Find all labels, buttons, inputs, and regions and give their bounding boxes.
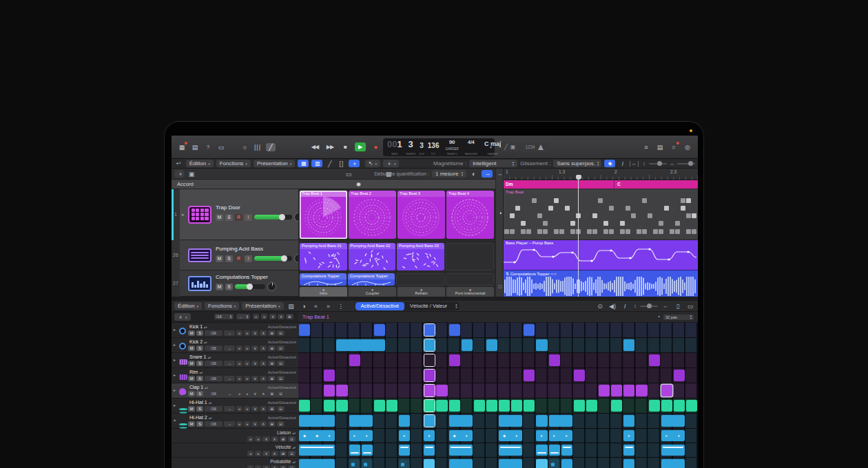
step-cell[interactable] [661, 459, 685, 468]
monitor-icon[interactable]: ▣ [510, 144, 516, 150]
step-cell[interactable] [623, 385, 634, 396]
step-cell[interactable] [536, 415, 547, 427]
mute-button[interactable]: M [188, 406, 195, 412]
mute-button[interactable]: M [216, 255, 223, 262]
step-cell[interactable] [686, 400, 697, 412]
loop-cell[interactable]: Pumping Acid Bass 01 [300, 243, 347, 270]
row-decrement-button[interactable]: ∨ [251, 421, 258, 427]
cell-edit-icon[interactable]: ▭ [344, 170, 353, 178]
volume-slider[interactable] [254, 215, 292, 220]
row-decrement-button[interactable]: ∨ [251, 361, 258, 366]
chord-track-power-icon[interactable]: ◉ [356, 181, 361, 187]
step-cell[interactable] [674, 400, 685, 412]
step-cell[interactable] [561, 445, 572, 456]
step-cell[interactable] [549, 459, 560, 468]
region-bass-player[interactable]: Bass Player – Pump Bass [504, 240, 698, 270]
step-cell[interactable] [449, 324, 460, 336]
chevron-icon[interactable]: ▴▾ [208, 356, 211, 359]
step-cell[interactable] [399, 459, 410, 468]
seq-hzoom-icon[interactable]: ↔ [661, 302, 670, 310]
row-rotate-right-button[interactable]: » [244, 391, 250, 396]
step-cell[interactable] [623, 339, 634, 351]
display-icon[interactable]: ▭ [216, 143, 226, 151]
step-cell[interactable] [636, 385, 647, 396]
forward-button[interactable]: ▶▶ [324, 142, 335, 151]
step-cell[interactable] [324, 370, 335, 381]
step-cell[interactable] [386, 400, 397, 412]
rotate-left-icon[interactable]: « [311, 302, 321, 310]
quantize-select[interactable]: 1 mesure▴▾ [432, 170, 466, 178]
track-header-computations-topper[interactable]: Computations Topper M S [180, 270, 298, 297]
steps-count-select[interactable]: 32 pas▴▾ [663, 315, 694, 320]
track-header-trap-door[interactable]: ▸ Trap Door M S R I [180, 189, 298, 240]
row-rotate-left-button[interactable]: « [236, 361, 242, 366]
duplicate-icon[interactable]: ▣ [187, 170, 196, 178]
step-cell[interactable] [649, 400, 660, 412]
magnetism-select[interactable]: Intelligent▴▾ [469, 160, 517, 167]
mode-on-off-tab[interactable]: Activé/Désactivé [355, 302, 404, 310]
row-increment-button[interactable]: ∧ [260, 391, 267, 396]
row-playmode-select[interactable]: → [224, 361, 235, 366]
mute-button[interactable]: M [188, 421, 195, 427]
empty-cell-slot[interactable] [446, 243, 495, 270]
step-cell[interactable] [449, 445, 473, 456]
seq-zoom-slider[interactable]: ↕ [632, 302, 658, 310]
row-playmode-select[interactable]: → [224, 406, 235, 412]
step-cell[interactable] [561, 459, 572, 468]
loop-cell[interactable]: Trap Beat 3 [397, 191, 445, 239]
chevron-icon[interactable]: ▴▾ [205, 386, 208, 390]
loop-cell[interactable]: Computations Topper [348, 273, 395, 286]
step-cell[interactable] [336, 339, 385, 351]
solo-button[interactable]: S [225, 255, 233, 262]
row-playmode-select[interactable]: → [224, 330, 235, 336]
step-cell[interactable] [486, 339, 497, 351]
secondary-tool-menu[interactable]: ＋▾ [383, 160, 400, 167]
playhead[interactable] [578, 175, 579, 297]
region-computations-topper[interactable]: ⇅ Computations Topper ∩∩ [504, 270, 698, 297]
solo-button[interactable]: S [196, 421, 203, 427]
view-menu[interactable]: Présentation▾ [254, 160, 295, 167]
step-cell[interactable] [436, 400, 447, 412]
mute-button[interactable]: M [188, 391, 195, 396]
browser-icon[interactable]: ▤ [655, 143, 665, 151]
row-division-select[interactable]: /16 [205, 391, 223, 396]
chevron-icon[interactable]: ▴▾ [292, 460, 296, 464]
step-cell[interactable] [499, 459, 522, 468]
vertical-zoom-slider[interactable]: ↕ [641, 160, 667, 167]
step-cell[interactable] [362, 445, 373, 456]
row-clear-button[interactable]: ⊡ [277, 421, 285, 427]
grid-options-icon[interactable]: ▦ [384, 170, 393, 178]
step-cell[interactable] [549, 354, 560, 366]
lane-clear-button[interactable]: ⊡ [288, 451, 296, 456]
region-trap-beat[interactable]: Trap Beat [504, 189, 698, 240]
row-increment-button[interactable]: ∧ [260, 361, 267, 366]
row-rotate-left-button[interactable]: « [236, 406, 242, 412]
step-cell[interactable] [449, 354, 460, 366]
row-random-button[interactable]: ⊞ [268, 345, 276, 351]
row-playmode-select[interactable]: → [224, 345, 235, 351]
row-increment-button[interactable]: ∧ [260, 330, 267, 336]
rewind-button[interactable]: ◀◀ [309, 142, 320, 151]
row-increment-button[interactable]: ∧ [260, 376, 267, 381]
auto-zoom-icon[interactable]: ↔ [630, 161, 639, 167]
count-in-button[interactable]: 1234 [525, 145, 535, 149]
brush-icon[interactable]: ▨ [287, 302, 296, 310]
step-cell[interactable] [349, 354, 360, 366]
step-cell[interactable] [536, 459, 547, 468]
lane-rotate-left-button[interactable]: « [247, 436, 254, 442]
row-increment-button[interactable]: ∧ [260, 421, 267, 427]
loop-cell[interactable]: Computations Topper [300, 273, 347, 286]
lane-rotate-left-button[interactable]: « [247, 451, 254, 456]
solo-button[interactable]: S [196, 391, 203, 396]
pencil-icon[interactable]: ╱ [325, 160, 334, 167]
step-cell[interactable] [549, 445, 560, 456]
disclosure-icon[interactable]: ▾ [174, 418, 176, 423]
lane-clear-button[interactable]: ⊡ [288, 465, 296, 468]
step-cell[interactable] [349, 415, 373, 427]
row-random-button[interactable]: ⊞ [268, 361, 276, 366]
step-cell[interactable] [299, 324, 310, 336]
step-cell[interactable] [674, 370, 685, 381]
step-cell[interactable] [574, 400, 585, 412]
scene-trigger[interactable]: ∧Pont instrumental [446, 287, 494, 297]
step-cell[interactable] [511, 400, 522, 412]
